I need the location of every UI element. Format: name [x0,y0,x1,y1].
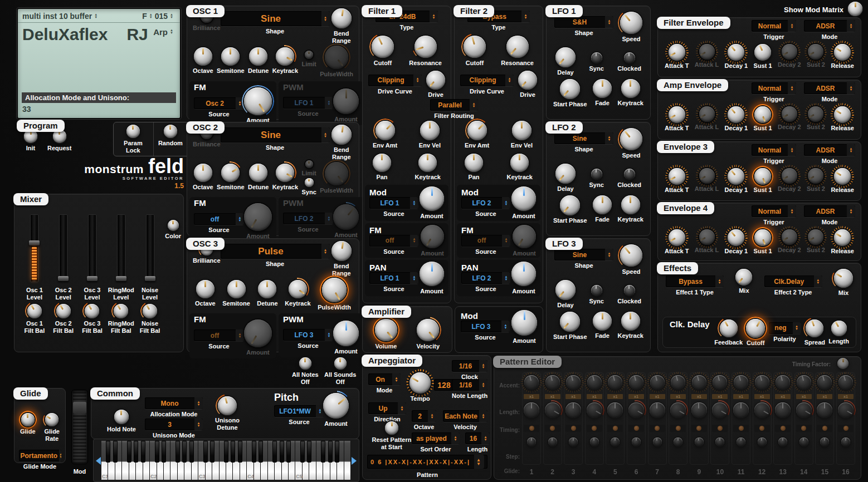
timing-knob[interactable] [712,402,728,418]
accent-knob[interactable] [797,375,811,390]
program-number[interactable]: 015 [155,12,168,21]
glide-knob[interactable] [841,437,850,446]
sust-2-knob[interactable] [808,44,823,60]
lfo3-shape[interactable]: Sine▲▼ [554,249,613,260]
accent-knob[interactable] [650,375,665,390]
stepper-arrows-icon[interactable]: ▲▼ [479,379,487,391]
stepper-arrows-icon[interactable]: ▲▼ [847,205,855,217]
octave-knob[interactable] [196,280,214,298]
osc-3-filt-bal-knob[interactable] [85,304,99,318]
length-box[interactable]: x1 [817,394,832,399]
bank-stepper-icon[interactable]: ▲▼ [149,13,153,19]
sust-1-knob[interactable] [754,229,771,246]
timing-knob[interactable] [817,402,832,418]
amount-knob[interactable] [513,225,536,248]
pulsewidth-knob[interactable] [322,278,347,302]
black-key[interactable] [141,441,145,463]
timing-knob[interactable] [691,402,707,418]
semitone-knob[interactable] [221,47,240,66]
sync-knob[interactable] [305,178,314,187]
glide-knob[interactable] [527,437,536,446]
bend-range-knob[interactable] [331,8,352,28]
hold-note-knob[interactable] [114,410,129,424]
env-amt-knob[interactable] [376,121,395,140]
step-toggle[interactable] [754,425,770,432]
length-box[interactable]: x1 [754,394,770,399]
delay-knob[interactable] [555,47,576,67]
stepper-arrows-icon[interactable]: ▲▼ [788,20,796,32]
stepper-arrows-icon[interactable]: ▲▼ [428,410,436,422]
black-key[interactable] [238,441,242,463]
osc-2-filt-bal-knob[interactable] [56,304,71,318]
spread-knob[interactable] [806,319,823,337]
pan-knob[interactable] [373,154,391,172]
step-toggle[interactable] [607,425,623,432]
stepper-arrows-icon[interactable]: ▲▼ [325,97,333,109]
stepper-arrows-icon[interactable]: ▲▼ [430,11,438,22]
stepper-arrows-icon[interactable]: ▲▼ [605,132,613,144]
timing-knob[interactable] [607,402,623,418]
octave-knob[interactable] [194,47,212,66]
glide-knob[interactable] [758,437,767,446]
decay-2-knob[interactable] [782,229,797,245]
black-key[interactable] [231,441,235,463]
arp-sort-order[interactable]: as played▲▼ [412,432,460,444]
stepper-arrows-icon[interactable]: ▲▼ [392,373,401,385]
attack-t-knob[interactable] [669,168,685,185]
stepper-arrows-icon[interactable]: ▲▼ [479,410,487,422]
amount-knob[interactable] [511,262,536,286]
all-sounds-off-knob[interactable] [334,357,347,370]
osc2-pwm-source[interactable]: LFO 2▲▼ [283,213,333,224]
glide-knob[interactable] [674,437,682,446]
stepper-arrows-icon[interactable]: ▲▼ [814,276,822,287]
delay-polarity[interactable]: neg▲▼ [769,322,801,334]
sust-1-knob[interactable] [754,44,771,61]
amount-knob[interactable] [421,225,444,248]
attack-l-knob[interactable] [699,44,715,60]
filter-env-mode[interactable]: ADSR▲▼ [804,20,855,32]
env-vel-knob[interactable] [420,121,440,140]
resonance-knob[interactable] [415,36,437,58]
timing-factor-knob[interactable] [837,358,849,369]
stepper-arrows-icon[interactable]: ▲▼ [501,321,510,332]
timing-knob[interactable] [838,402,854,418]
release-knob[interactable] [834,168,851,185]
decay-1-knob[interactable] [728,44,744,61]
limit-knob[interactable] [305,160,313,168]
black-key[interactable] [189,441,194,463]
black-key[interactable] [252,441,256,463]
length-box[interactable]: x1 [838,394,854,399]
amount-knob[interactable] [420,186,444,211]
stepper-arrows-icon[interactable]: ▲▼ [788,82,796,94]
sust-1-knob[interactable] [754,168,771,185]
stepper-arrows-icon[interactable]: ▲▼ [502,197,510,209]
black-key[interactable] [134,441,138,463]
step-toggle[interactable] [775,425,791,432]
accent-knob[interactable] [776,375,790,390]
mix-knob[interactable] [735,269,752,286]
release-knob[interactable] [834,229,851,246]
attack-t-knob[interactable] [669,44,685,61]
decay-1-knob[interactable] [728,229,744,246]
arp-direction[interactable]: Up▲▼ [368,402,406,414]
sust-2-knob[interactable] [808,229,823,245]
mix-knob[interactable] [834,269,853,288]
timing-knob[interactable] [628,402,644,418]
arp-velocity[interactable]: Each Note▲▼ [443,410,487,422]
accent-knob[interactable] [755,375,769,390]
pan-knob[interactable] [465,154,483,172]
amount-knob[interactable] [420,262,444,286]
osc3-shape[interactable]: Pulse▲▼ [221,244,330,259]
stepper-arrows-icon[interactable]: ▲▼ [451,432,460,444]
arp-octave[interactable]: 2▲▼ [412,410,436,422]
accent-knob[interactable] [838,375,853,390]
filter1-mod-source[interactable]: LFO 1▲▼ [369,197,418,209]
pitch-source[interactable]: LFO1*MW▲▼ [274,405,324,417]
accent-knob[interactable] [608,375,622,390]
param-lock-knob[interactable] [126,125,140,138]
resonance-knob[interactable] [506,36,529,58]
keytrack-knob[interactable] [621,79,640,98]
accent-knob[interactable] [713,375,727,390]
keytrack-knob[interactable] [289,280,307,298]
velocity-knob[interactable] [417,319,439,341]
